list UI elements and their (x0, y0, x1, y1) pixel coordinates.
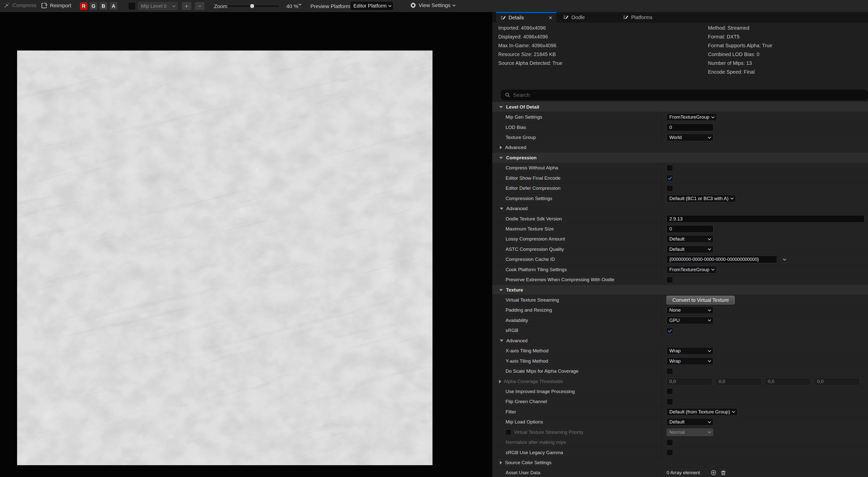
property-value-cell (661, 387, 868, 396)
checkbox-srgb[interactable] (666, 327, 673, 334)
dropdown-mip-gen-settings[interactable]: FromTextureGroup (666, 113, 717, 121)
collapse-arrow-icon[interactable] (500, 339, 503, 342)
add-element-icon[interactable] (710, 470, 717, 476)
dropdown-filter[interactable]: Default (from Texture Group) (666, 408, 737, 416)
dropdown-lossy-compression-amount[interactable]: Default (666, 235, 713, 243)
section-level-of-detail[interactable]: Level Of Detail (492, 102, 868, 112)
section-advanced[interactable]: Advanced (492, 143, 868, 153)
channel-b-button[interactable]: B (100, 2, 107, 10)
dropdown-compression-settings[interactable]: Default (BC1 or BC3 with A) (666, 195, 736, 202)
info-combined-lod-bias: Combined LOD Bias: 0 (708, 50, 772, 59)
collapse-arrow-icon[interactable] (499, 106, 503, 108)
delete-elements-icon[interactable] (720, 470, 726, 476)
dropdown-padding-and-resizing[interactable]: None (666, 306, 713, 314)
threshold-input-2: 0,0 (765, 378, 811, 385)
checkbox-preserve-extremes-when-compressing-with-oodle[interactable] (666, 277, 673, 283)
guid-options-button[interactable] (781, 256, 788, 263)
section-source-color-settings[interactable]: Source Color Settings (492, 458, 868, 468)
close-icon[interactable]: × (549, 14, 552, 21)
row-compression-cache-id: Compression Cache ID{00000000-0000-0000-… (492, 255, 868, 265)
checkbox-compress-without-alpha[interactable] (666, 165, 673, 171)
background-color-swatch[interactable] (129, 3, 135, 9)
property-value-cell: World (661, 132, 868, 142)
property-name-cell: Mip Gen Settings (492, 112, 661, 122)
chevron-down-icon (708, 308, 711, 311)
input-compression-cache-id[interactable]: {00000000-0000-0000-0000-000000000000} (666, 256, 777, 263)
channel-g-button[interactable]: G (90, 2, 97, 10)
tab-platforms[interactable]: Platforms (619, 12, 676, 23)
mip-minus-button[interactable]: − (195, 2, 205, 10)
zoom-options-button[interactable] (299, 4, 301, 5)
threshold-input-1: 0,0 (716, 378, 762, 385)
dropdown-x-axis-tiling-method[interactable]: Wrap (666, 347, 713, 355)
dropdown-value: Default (669, 246, 684, 252)
dropdown-astc-compression-quality[interactable]: Default (666, 245, 713, 253)
input-lod-bias[interactable]: 0 (666, 124, 713, 131)
mip-level-value: Mip Level 0 (141, 3, 166, 9)
threshold-input-3: 0,0 (814, 378, 860, 385)
texture-viewport[interactable] (0, 12, 492, 477)
zoom-slider-knob[interactable] (250, 4, 254, 8)
checkbox-editor-defer-compression[interactable] (666, 185, 673, 191)
property-name-cell: Flip Green Channel (492, 397, 661, 407)
dropdown-texture-group[interactable]: World (666, 134, 713, 141)
input-maximum-texture-size[interactable]: 0 (666, 225, 713, 233)
convert-to-virtual-texture-button[interactable]: Convert to Virtual Texture (666, 296, 735, 304)
checkbox-flip-green-channel[interactable] (666, 398, 673, 405)
checkbox-editor-show-final-encode[interactable] (666, 175, 673, 181)
dropdown-y-axis-tiling-method[interactable]: Wrap (666, 357, 713, 365)
property-label: Maximum Texture Size (505, 226, 554, 232)
collapse-arrow-icon[interactable] (499, 157, 503, 159)
property-name-cell: Editor Show Final Encode (492, 173, 661, 183)
tab-details[interactable]: Details × (496, 12, 556, 23)
property-value-cell: Default (from Texture Group) (661, 407, 868, 417)
checkbox-srgb-use-legacy-gamma[interactable] (666, 449, 673, 456)
property-value-cell: 0,00,00,00,0 (661, 377, 868, 386)
property-name-cell: Lossy Compression Amount (492, 234, 661, 244)
row-texture-group: Texture GroupWorld (492, 132, 868, 143)
dropdown-value: Default (669, 419, 684, 425)
dropdown-availability[interactable]: GPU (666, 317, 713, 324)
property-label: Alpha Coverage Thresholds (504, 379, 563, 384)
chevron-down-icon (708, 247, 711, 250)
compress-button[interactable]: Compress (3, 2, 36, 8)
property-name-cell: Maximum Texture Size (492, 224, 661, 234)
section-advanced[interactable]: Advanced (492, 336, 868, 346)
section-compression[interactable]: Compression (492, 153, 868, 163)
preview-platform-dropdown[interactable]: Editor Platform (351, 2, 393, 10)
property-value-cell: Convert to Virtual Texture (661, 295, 868, 305)
chevron-down-icon (712, 267, 715, 271)
row-do-scale-mips-for-alpha-coverage: Do Scale Mips for Alpha Coverage (492, 366, 868, 376)
property-name-cell: Virtual Texture Streaming Priority (492, 427, 661, 437)
input-oodle-texture-sdk-version[interactable]: 2.9.13 (666, 215, 865, 223)
compress-icon (3, 2, 10, 8)
property-name-cell: Padding and Resizing (492, 305, 661, 315)
channel-a-button[interactable]: A (110, 2, 117, 10)
reimport-button[interactable]: Reimport (41, 2, 71, 9)
search-input[interactable]: Search (501, 90, 868, 100)
tab-oodle[interactable]: Oodle (559, 12, 616, 23)
expand-arrow-icon[interactable] (499, 380, 501, 383)
property-name-cell: Y-axis Tiling Method (492, 356, 661, 366)
chevron-down-icon (708, 420, 711, 423)
section-advanced[interactable]: Advanced (492, 204, 868, 214)
checkbox-use-improved-image-processing[interactable] (666, 388, 673, 394)
property-value-cell: FromTextureGroup (661, 265, 868, 274)
dropdown-value: None (669, 307, 681, 313)
mip-level-dropdown[interactable]: Mip Level 0 (138, 2, 178, 10)
view-settings-button[interactable]: View Settings (410, 2, 455, 8)
expand-arrow-icon[interactable] (500, 146, 502, 149)
property-name-cell: X-axis Tiling Method (492, 346, 661, 356)
channel-r-button[interactable]: R (80, 2, 87, 10)
collapse-arrow-icon[interactable] (500, 208, 503, 210)
expand-arrow-icon[interactable] (500, 461, 502, 465)
mip-plus-button[interactable]: + (182, 2, 191, 10)
row-compress-without-alpha: Compress Without Alpha (492, 163, 868, 173)
dropdown-mip-load-options[interactable]: Default (666, 418, 713, 426)
dropdown-cook-platform-tiling-settings[interactable]: FromTextureGroup (666, 266, 717, 273)
checkbox-do-scale-mips-for-alpha-coverage[interactable] (666, 368, 673, 375)
property-name-cell: Virtual Texture Streaming (492, 295, 661, 305)
section-texture[interactable]: Texture (492, 285, 868, 295)
collapse-arrow-icon[interactable] (499, 289, 503, 291)
dropdown-value: Default (from Texture Group) (669, 409, 730, 415)
